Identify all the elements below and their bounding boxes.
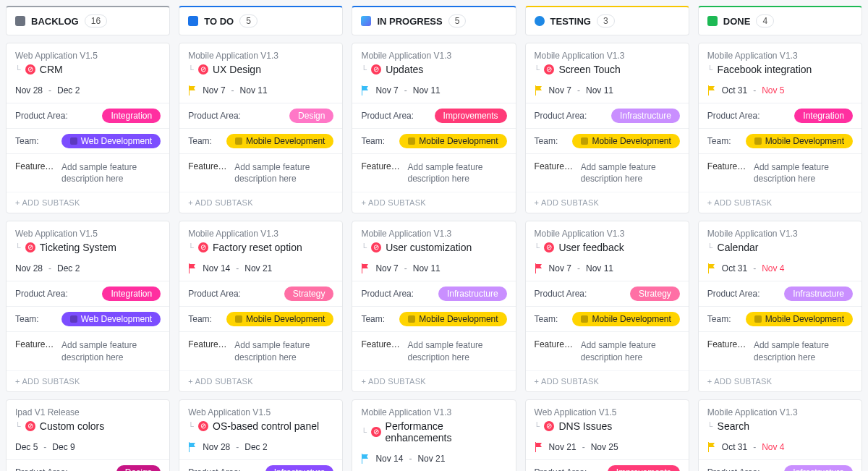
add-subtask-link[interactable]: + ADD SUBTASK bbox=[352, 192, 515, 213]
no-entry-icon: ⊘ bbox=[544, 421, 554, 431]
feature-desc-label: Feature Des... bbox=[188, 161, 227, 184]
flag-icon bbox=[707, 442, 716, 452]
add-subtask-link[interactable]: + ADD SUBTASK bbox=[526, 192, 689, 213]
task-card[interactable]: Mobile Application V1.3 └ ⊘ User feedbac… bbox=[525, 221, 689, 391]
feature-desc-text[interactable]: Add sample feature description here bbox=[581, 339, 680, 362]
task-card[interactable]: Mobile Application V1.3 └ ⊘ Screen Touch… bbox=[525, 43, 689, 213]
team-pill[interactable]: Mobile Development bbox=[746, 312, 853, 326]
task-title: DNS Issues bbox=[558, 420, 612, 432]
product-area-pill[interactable]: Strategy bbox=[630, 287, 680, 301]
add-subtask-link[interactable]: + ADD SUBTASK bbox=[352, 370, 515, 391]
date-range: Oct 31 - Nov 5 bbox=[707, 85, 853, 96]
add-subtask-link[interactable]: + ADD SUBTASK bbox=[699, 192, 861, 213]
end-date: Dec 2 bbox=[57, 263, 80, 273]
task-card[interactable]: Mobile Application V1.3 └ ⊘ Performance … bbox=[352, 399, 516, 471]
feature-desc-text[interactable]: Add sample feature description here bbox=[407, 161, 506, 184]
product-area-pill[interactable]: Infrastructure bbox=[784, 287, 853, 301]
team-label: Team: bbox=[361, 314, 385, 324]
date-range: Dec 5 - Dec 9 bbox=[15, 442, 161, 452]
column-header[interactable]: TESTING 3 bbox=[525, 6, 689, 35]
feature-desc-text[interactable]: Add sample feature description here bbox=[61, 161, 161, 184]
product-area-pill[interactable]: Design bbox=[116, 465, 161, 471]
start-date: Nov 14 bbox=[375, 454, 403, 464]
add-subtask-link[interactable]: + ADD SUBTASK bbox=[179, 370, 342, 391]
team-pill[interactable]: Mobile Development bbox=[572, 312, 679, 326]
feature-desc-text[interactable]: Add sample feature description here bbox=[754, 161, 853, 184]
column-header[interactable]: BACKLOG 16 bbox=[6, 6, 170, 35]
feature-desc-text[interactable]: Add sample feature description here bbox=[754, 339, 853, 362]
column-header[interactable]: DONE 4 bbox=[698, 6, 862, 35]
product-area-label: Product Area: bbox=[707, 111, 760, 121]
task-card[interactable]: Web Application V1.5 └ ⊘ CRM Nov 28 - De… bbox=[6, 43, 170, 213]
team-pill[interactable]: Mobile Development bbox=[399, 312, 506, 326]
team-pill[interactable]: Mobile Development bbox=[226, 134, 333, 148]
team-label: Team: bbox=[707, 136, 731, 146]
product-area-pill[interactable]: Improvements bbox=[608, 465, 680, 471]
end-date: Nov 4 bbox=[762, 442, 784, 452]
no-entry-icon: ⊘ bbox=[371, 64, 381, 75]
epic-name: Mobile Application V1.3 bbox=[535, 51, 680, 61]
flag-icon bbox=[361, 263, 370, 273]
feature-desc-label: Feature Des... bbox=[535, 161, 574, 184]
column-count: 4 bbox=[756, 14, 774, 27]
column-header[interactable]: TO DO 5 bbox=[179, 6, 343, 35]
product-area-pill[interactable]: Infrastructure bbox=[784, 465, 853, 471]
flag-icon bbox=[188, 85, 197, 96]
date-range: Nov 7 - Nov 11 bbox=[361, 263, 506, 273]
feature-desc-label: Feature Des... bbox=[707, 161, 746, 184]
task-card[interactable]: Web Application V1.5 └ ⊘ DNS Issues Nov … bbox=[525, 399, 689, 471]
team-label: Team: bbox=[361, 136, 385, 146]
column-title: BACKLOG bbox=[31, 16, 79, 27]
team-label: Team: bbox=[535, 314, 558, 324]
product-area-pill[interactable]: Integration bbox=[102, 109, 161, 123]
product-area-pill[interactable]: Strategy bbox=[284, 287, 334, 301]
team-pill[interactable]: Mobile Development bbox=[399, 134, 506, 148]
task-card[interactable]: Mobile Application V1.3 └ ⊘ UX Design No… bbox=[179, 43, 343, 213]
flag-icon bbox=[535, 442, 543, 452]
product-area-pill[interactable]: Integration bbox=[794, 109, 853, 123]
team-pill[interactable]: Web Development bbox=[61, 312, 161, 326]
epic-name: Web Application V1.5 bbox=[188, 407, 333, 417]
feature-desc-text[interactable]: Add sample feature description here bbox=[234, 339, 333, 362]
task-card[interactable]: Mobile Application V1.3 └ Search Oct 31 … bbox=[698, 399, 862, 471]
end-date: Nov 25 bbox=[591, 442, 618, 452]
feature-desc-text[interactable]: Add sample feature description here bbox=[234, 161, 333, 184]
add-subtask-link[interactable]: + ADD SUBTASK bbox=[7, 370, 169, 391]
feature-desc-text[interactable]: Add sample feature description here bbox=[407, 339, 506, 362]
task-title: Screen Touch bbox=[558, 64, 620, 75]
hierarchy-icon: └ bbox=[535, 243, 540, 252]
team-pill[interactable]: Web Development bbox=[61, 134, 161, 148]
add-subtask-link[interactable]: + ADD SUBTASK bbox=[7, 192, 169, 213]
column-todo: TO DO 5 Mobile Application V1.3 └ ⊘ UX D… bbox=[179, 6, 343, 471]
task-card[interactable]: Ipad V1 Release └ ⊘ Custom colors Dec 5 … bbox=[6, 399, 170, 471]
feature-desc-text[interactable]: Add sample feature description here bbox=[581, 161, 680, 184]
feature-desc-text[interactable]: Add sample feature description here bbox=[61, 339, 161, 362]
task-card[interactable]: Mobile Application V1.3 └ Facebook integ… bbox=[698, 43, 862, 213]
product-area-pill[interactable]: Infrastructure bbox=[611, 109, 680, 123]
team-pill[interactable]: Mobile Development bbox=[572, 134, 679, 148]
product-area-pill[interactable]: Improvements bbox=[435, 109, 507, 123]
product-area-pill[interactable]: Infrastructure bbox=[265, 465, 334, 471]
start-date: Nov 7 bbox=[375, 85, 398, 96]
task-card[interactable]: Mobile Application V1.3 └ ⊘ Factory rese… bbox=[179, 221, 343, 391]
end-date: Dec 9 bbox=[52, 442, 75, 452]
task-card[interactable]: Web Application V1.5 └ ⊘ OS-based contro… bbox=[179, 399, 343, 471]
task-title: CRM bbox=[40, 64, 63, 75]
add-subtask-link[interactable]: + ADD SUBTASK bbox=[179, 192, 342, 213]
product-area-pill[interactable]: Integration bbox=[102, 287, 161, 301]
task-card[interactable]: Mobile Application V1.3 └ ⊘ Updates Nov … bbox=[352, 43, 516, 213]
hierarchy-icon: └ bbox=[535, 422, 540, 430]
column-header[interactable]: IN PROGRESS 5 bbox=[352, 6, 516, 35]
end-date: Nov 21 bbox=[417, 454, 445, 464]
team-pill[interactable]: Mobile Development bbox=[746, 134, 853, 148]
add-subtask-link[interactable]: + ADD SUBTASK bbox=[699, 370, 861, 391]
epic-name: Web Application V1.5 bbox=[15, 51, 161, 61]
add-subtask-link[interactable]: + ADD SUBTASK bbox=[526, 370, 689, 391]
end-date: Nov 11 bbox=[240, 85, 268, 96]
product-area-pill[interactable]: Design bbox=[289, 109, 333, 123]
task-card[interactable]: Mobile Application V1.3 └ Calendar Oct 3… bbox=[698, 221, 862, 391]
team-pill[interactable]: Mobile Development bbox=[226, 312, 333, 326]
task-card[interactable]: Mobile Application V1.3 └ ⊘ User customi… bbox=[352, 221, 516, 391]
product-area-pill[interactable]: Infrastructure bbox=[438, 287, 507, 301]
task-card[interactable]: Web Application V1.5 └ ⊘ Ticketing Syste… bbox=[6, 221, 170, 391]
